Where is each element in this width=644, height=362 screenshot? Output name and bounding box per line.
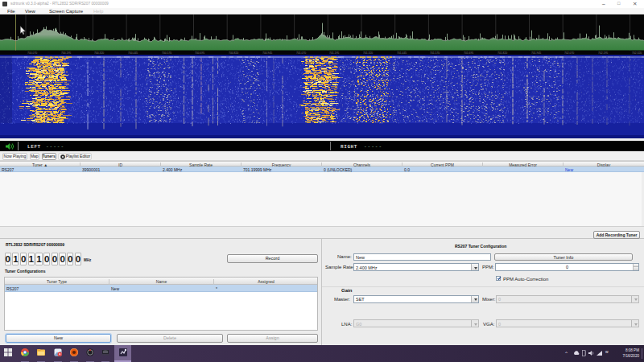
svg-text:701.820: 701.820: [497, 51, 507, 55]
svg-text:701.445: 701.445: [397, 51, 407, 55]
svg-text:701.945: 701.945: [531, 51, 541, 55]
svg-text:700.695: 700.695: [195, 51, 204, 55]
svg-text:702.195: 702.195: [598, 51, 608, 55]
svg-text:700.570: 700.570: [162, 51, 171, 55]
svg-text:700.820: 700.820: [229, 51, 238, 55]
svg-text:700.070: 700.070: [27, 51, 37, 55]
svg-text:702.320: 702.320: [632, 51, 642, 55]
svg-text:700.445: 700.445: [128, 51, 138, 55]
svg-text:700.945: 700.945: [262, 51, 272, 55]
svg-text:700.320: 700.320: [94, 51, 104, 55]
svg-text:700.195: 700.195: [61, 51, 71, 55]
svg-text:701.070: 701.070: [296, 51, 306, 55]
svg-text:701.320: 701.320: [363, 51, 373, 55]
svg-text:701.695: 701.695: [464, 51, 473, 55]
svg-text:701.195: 701.195: [329, 51, 339, 55]
svg-text:702.070: 702.070: [564, 51, 574, 55]
svg-text:701.570: 701.570: [430, 51, 440, 55]
